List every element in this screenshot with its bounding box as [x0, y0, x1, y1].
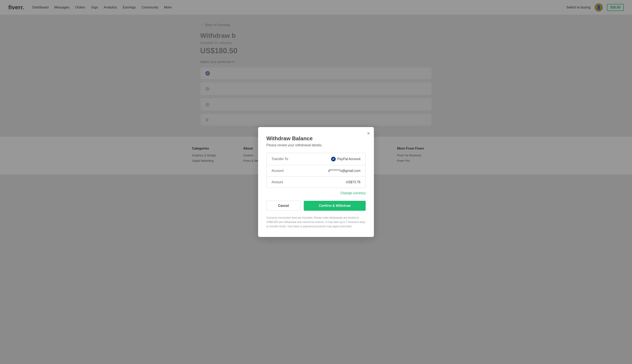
paypal-logo-icon: P	[331, 157, 336, 161]
modal-disclaimer: Currency conversion fees are included. P…	[266, 216, 366, 228]
amount-label: Amount	[271, 180, 283, 184]
modal-close-button[interactable]: ×	[367, 131, 370, 136]
amount-value: US$73.76	[346, 180, 361, 184]
account-value: d********o@gmail.com	[328, 169, 361, 173]
transfer-to-text: PayPal Account	[337, 157, 361, 161]
withdraw-modal: × Withdraw Balance Please review your wi…	[258, 127, 374, 237]
withdrawal-details-table: Transfer To P PayPal Account Account d**…	[266, 153, 366, 188]
account-label: Account	[271, 169, 283, 173]
transfer-to-value: P PayPal Account	[331, 157, 361, 161]
modal-actions: Cancel Confirm & Withdraw	[266, 201, 366, 211]
modal-title: Withdraw Balance	[266, 135, 366, 142]
account-row: Account d********o@gmail.com	[266, 165, 366, 177]
modal-overlay[interactable]: × Withdraw Balance Please review your wi…	[0, 0, 632, 364]
amount-row: Amount US$73.76	[266, 177, 366, 188]
transfer-to-label: Transfer To	[271, 157, 288, 161]
cancel-button[interactable]: Cancel	[266, 201, 300, 211]
transfer-to-row: Transfer To P PayPal Account	[266, 153, 366, 165]
modal-subtitle: Please review your withdrawal details.	[266, 143, 366, 147]
confirm-withdraw-button[interactable]: Confirm & Withdraw	[304, 201, 366, 211]
change-currency-link[interactable]: Change currency	[266, 191, 366, 195]
